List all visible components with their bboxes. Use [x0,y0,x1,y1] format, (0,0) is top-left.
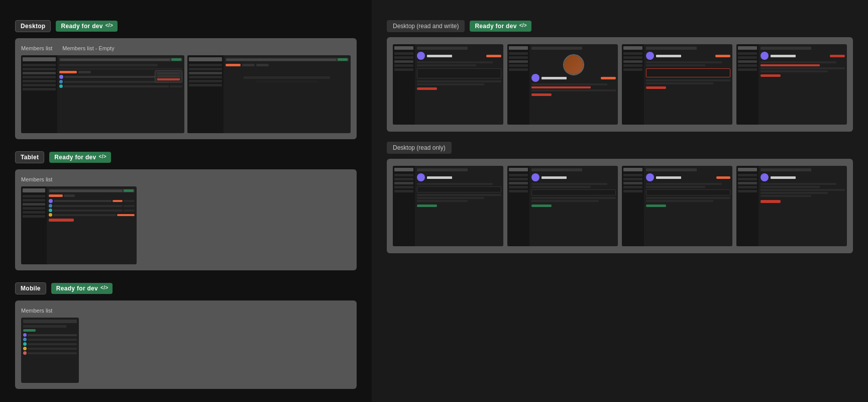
ro-s2-sidebar [507,166,529,246]
status-tag-tablet: Ready for dev </> [49,152,111,163]
screen2-main [224,55,351,133]
ro-s4-sidebar [736,166,758,246]
ro-screen-4 [736,166,847,246]
platform-tag-mobile: Mobile [15,282,46,294]
desktop-section-header: Desktop Ready for dev </> [15,20,357,32]
rw-s4-main [758,44,847,125]
desktop-ro-section: Desktop (read only) [387,142,853,253]
mobile-frame-labels: Members list [21,308,351,314]
tablet-s1-main [47,186,137,264]
mobile-screens-row [21,318,351,383]
rw-s1-main [415,44,503,125]
ro-s3-sidebar [622,166,644,246]
tablet-frame: Members list [15,169,357,270]
tablet-s1-sidebar [21,186,47,264]
tablet-frame-labels: Members list [21,176,351,182]
right-panel: Desktop (read and write) Ready for dev <… [372,0,868,402]
tablet-screen-1 [21,186,137,264]
tablet-frame-label: Members list [21,176,52,182]
mobile-frame-label: Members list [21,308,52,314]
ro-s3-main [644,166,732,246]
rw-screen-2 [507,44,618,125]
ro-screen-3 [622,166,732,246]
mobile-frame: Members list [15,300,357,389]
frame-label-members: Members list [21,45,52,51]
ro-screens-grid [393,166,847,246]
desktop-screens-row [21,55,351,133]
status-tag-desktop: Ready for dev </> [56,21,117,32]
code-icon-tablet: </> [99,154,106,161]
desktop-frame: Members list Members list - Empty [15,38,357,139]
rw-s1-sidebar [393,44,415,125]
rw-screens-grid [393,44,847,125]
tablet-section-header: Tablet Ready for dev </> [15,151,357,163]
rw-s2-sidebar [507,44,529,125]
mobile-section-header: Mobile Ready for dev </> [15,282,357,294]
status-tag-rw: Ready for dev </> [470,21,531,32]
code-icon-rw: </> [519,23,526,30]
code-icon-desktop: </> [105,23,113,30]
status-tag-mobile: Ready for dev </> [51,283,113,294]
code-icon-mobile: </> [100,285,107,292]
rw-s4-sidebar [736,44,758,125]
desktop-ro-label: Desktop (read only) [387,142,452,154]
mobile-section: Mobile Ready for dev </> Members list [15,282,357,389]
screen1-main [57,55,185,133]
desktop-ro-frame [387,159,853,253]
desktop-rw-frame [387,37,853,132]
desktop-ro-header: Desktop (read only) [387,142,853,154]
rw-screen-4 [736,44,847,125]
platform-tag-desktop: Desktop [15,20,51,32]
desktop-screen-2 [187,55,351,133]
desktop-rw-section: Desktop (read and write) Ready for dev <… [387,20,853,132]
ro-s1-sidebar [393,166,415,246]
rw-s2-main [529,44,618,125]
mobile-screen-1 [21,318,79,383]
frame-label-members-empty: Members list - Empty [62,45,114,51]
desktop-rw-label: Desktop (read and write) [387,20,465,32]
rw-screen-3 [622,44,732,125]
desktop-section: Desktop Ready for dev </> Members list M… [15,20,357,139]
mobile-s1-main [21,318,79,383]
desktop-screen-1 [21,55,184,133]
ro-s1-main [415,166,503,246]
screen2-sidebar [187,55,224,133]
rw-screen-1 [393,44,503,125]
ro-screen-2 [507,166,618,246]
screen1-sidebar [21,55,57,133]
tablet-screens-row [21,186,351,264]
ro-s2-main [529,166,618,246]
platform-tag-tablet: Tablet [15,151,44,163]
ro-screen-1 [393,166,503,246]
rw-s3-main [644,44,732,125]
tablet-section: Tablet Ready for dev </> Members list [15,151,357,270]
ro-s4-main [758,166,847,246]
left-panel: Desktop Ready for dev </> Members list M… [0,0,372,402]
desktop-frame-labels: Members list Members list - Empty [21,45,351,51]
desktop-rw-header: Desktop (read and write) Ready for dev <… [387,20,853,32]
rw-s3-sidebar [622,44,644,125]
